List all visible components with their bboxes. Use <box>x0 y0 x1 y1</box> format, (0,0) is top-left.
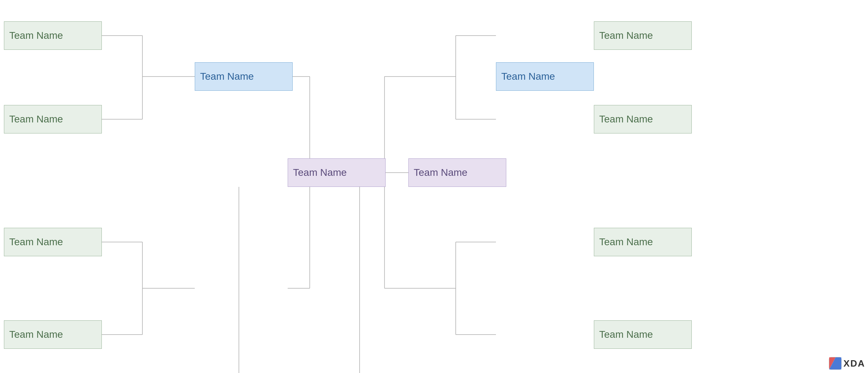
team-r1-left-bot-2[interactable]: Team Name <box>4 320 102 349</box>
team-r1-left-bot-1[interactable]: Team Name <box>4 228 102 256</box>
team-r1-right-bot-2[interactable]: Team Name <box>594 320 692 349</box>
team-r1-right-top-1[interactable]: Team Name <box>594 21 692 50</box>
team-r2-left-top[interactable]: Team Name <box>195 62 293 91</box>
team-r1-left-top-1[interactable]: Team Name <box>4 21 102 50</box>
xda-logo-icon <box>828 357 842 370</box>
xda-logo: XDA <box>828 357 865 370</box>
team-r1-left-top-2[interactable]: Team Name <box>4 105 102 133</box>
bracket-container: Team Name Team Name Team Name Team Name … <box>0 0 868 373</box>
team-r2-right-top[interactable]: Team Name <box>496 62 594 91</box>
team-r1-right-bot-1[interactable]: Team Name <box>594 228 692 256</box>
team-r1-right-top-2[interactable]: Team Name <box>594 105 692 133</box>
xda-text: XDA <box>843 358 865 369</box>
team-semi-left[interactable]: Team Name <box>288 158 386 187</box>
team-semi-right[interactable]: Team Name <box>408 158 506 187</box>
